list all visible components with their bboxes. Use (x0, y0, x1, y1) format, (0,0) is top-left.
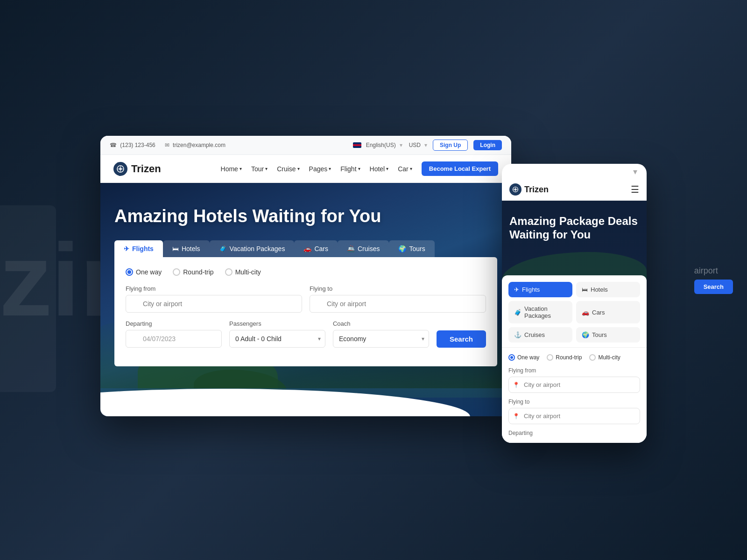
mobile-tabs-section: ✈ Flights 🛏 Hotels 🧳 Vacation Packages 🚗… (502, 275, 647, 343)
mobile-logo[interactable]: Trizen (509, 183, 549, 196)
vacation-tab-label: Vacation Packages (230, 245, 285, 252)
mobile-search-form: One way Round-trip Multi-city Flying fro… (502, 347, 647, 443)
flying-to-input-wrapper: 📍 (310, 295, 486, 313)
bg-airport-text: airport (694, 266, 733, 276)
hamburger-menu[interactable]: ☰ (631, 184, 639, 195)
tab-cars[interactable]: 🚗 Cars (294, 240, 338, 257)
background-right-element: airport Search (694, 266, 733, 294)
passengers-select-wrapper: 0 Adult - 0 Child ▾ (229, 330, 325, 348)
cruises-tab-icon: 🚢 (347, 245, 355, 252)
mobile-hotels-icon: 🛏 (582, 286, 588, 293)
coach-group: Coach Economy ▾ (333, 320, 429, 348)
mobile-flying-to-label: Flying to (508, 399, 640, 405)
multi-city-radio[interactable] (225, 268, 233, 276)
mobile-tab-cars[interactable]: 🚗 Cars (576, 301, 640, 323)
mobile-trip-type-row: One way Round-trip Multi-city (508, 354, 640, 361)
flying-from-label: Flying from (126, 285, 302, 292)
mobile-tab-hotels[interactable]: 🛏 Hotels (576, 282, 640, 297)
mobile-flying-from-wrapper: 📍 (508, 377, 640, 393)
mobile-flying-from-input[interactable] (508, 377, 640, 393)
nav-car[interactable]: Car ▾ (398, 165, 412, 173)
departing-group: Departing 📅 (126, 320, 222, 348)
departing-input[interactable] (126, 330, 222, 348)
tab-cruises[interactable]: 🚢 Cruises (338, 240, 389, 257)
email-icon: ✉ (165, 142, 169, 148)
tab-hotels[interactable]: 🛏 Hotels (163, 240, 210, 257)
one-way-radio[interactable] (126, 268, 133, 276)
top-bar-right: English(US) ▾ USD ▾ Sign Up Login (353, 140, 502, 151)
brand-name: Trizen (131, 163, 161, 175)
navbar: Trizen Home ▾ Tour ▾ Cruise ▾ Pages ▾ Fl… (100, 155, 511, 183)
flying-from-input[interactable] (126, 295, 302, 313)
round-trip-radio[interactable] (173, 268, 180, 276)
desktop-browser: ☎ (123) 123-456 ✉ trizen@example.com Eng… (100, 136, 511, 416)
mobile-mockup: ▾ Trizen ☰ Amazing Package D (502, 164, 647, 443)
flights-tab-label: Flights (132, 245, 154, 252)
top-bar-left: ☎ (123) 123-456 ✉ trizen@example.com (110, 142, 226, 148)
nav-pages[interactable]: Pages ▾ (309, 165, 331, 173)
become-local-expert-button[interactable]: Become Local Expert (422, 161, 498, 176)
email-info: ✉ trizen@example.com (165, 142, 226, 148)
mobile-hero-title: Amazing Package Deals Waiting for You (509, 215, 639, 242)
signup-button[interactable]: Sign Up (433, 140, 468, 151)
search-tabs: ✈ Flights 🛏 Hotels 🧳 Vacation Packages 🚗… (114, 240, 497, 257)
mobile-location-from-icon: 📍 (513, 382, 520, 388)
flying-to-input[interactable] (310, 295, 486, 313)
search-button[interactable]: Search (437, 330, 486, 348)
mobile-round-trip-option[interactable]: Round-trip (547, 354, 582, 361)
nav-home[interactable]: Home ▾ (221, 165, 242, 173)
tours-tab-icon: 🌍 (398, 245, 406, 252)
login-button[interactable]: Login (473, 140, 502, 150)
mobile-cruises-icon: ⚓ (514, 331, 521, 338)
mobile-vacation-label: Vacation Packages (524, 305, 567, 319)
mobile-header: Trizen ☰ (502, 177, 647, 201)
mobile-tab-flights[interactable]: ✈ Flights (508, 282, 572, 297)
mobile-one-way-radio[interactable] (508, 354, 515, 361)
nav-cruise[interactable]: Cruise ▾ (277, 165, 299, 173)
mobile-flying-to-input[interactable] (508, 408, 640, 424)
multi-city-option[interactable]: Multi-city (225, 268, 261, 276)
flights-tab-icon: ✈ (124, 245, 129, 252)
logo[interactable]: Trizen (113, 162, 161, 176)
tours-tab-label: Tours (409, 245, 425, 252)
hero-section: Amazing Hotels Waiting for You ✈ Flights… (100, 183, 511, 416)
mobile-multi-city-option[interactable]: Multi-city (589, 354, 620, 361)
coach-select-wrapper: Economy ▾ (333, 330, 429, 348)
flying-to-group: Flying to 📍 (310, 285, 486, 313)
nav-links: Home ▾ Tour ▾ Cruise ▾ Pages ▾ Flight ▾ … (221, 161, 498, 176)
mobile-tab-cruises[interactable]: ⚓ Cruises (508, 327, 572, 343)
hotels-tab-icon: 🛏 (172, 245, 179, 252)
mobile-tab-vacation-packages[interactable]: 🧳 Vacation Packages (508, 301, 572, 323)
mobile-multi-city-radio[interactable] (589, 354, 596, 361)
tab-vacation-packages[interactable]: 🧳 Vacation Packages (210, 240, 295, 257)
background-desktop-hint (0, 205, 56, 392)
from-to-row: Flying from 📍 Flying to 📍 (126, 285, 486, 313)
departing-input-wrapper: 📅 (126, 330, 222, 348)
cars-tab-label: Cars (314, 245, 328, 252)
cruises-tab-label: Cruises (358, 245, 380, 252)
round-trip-option[interactable]: Round-trip (173, 268, 213, 276)
mobile-tours-label: Tours (592, 331, 607, 338)
mobile-round-trip-radio[interactable] (547, 354, 553, 361)
nav-flight[interactable]: Flight ▾ (340, 165, 360, 173)
mobile-tab-tours[interactable]: 🌍 Tours (576, 327, 640, 343)
mobile-top-area: ▾ (502, 164, 647, 177)
one-way-radio-dot (127, 270, 131, 274)
nav-tour[interactable]: Tour ▾ (251, 165, 268, 173)
tab-tours[interactable]: 🌍 Tours (389, 240, 434, 257)
main-container: ☎ (123) 123-456 ✉ trizen@example.com Eng… (100, 136, 647, 443)
nav-hotel[interactable]: Hotel ▾ (370, 165, 389, 173)
one-way-option[interactable]: One way (126, 268, 162, 276)
coach-select[interactable]: Economy (333, 330, 429, 348)
mobile-one-way-dot (510, 356, 513, 359)
mobile-departing-label: Departing (508, 430, 640, 436)
mobile-one-way-option[interactable]: One way (508, 354, 539, 361)
passengers-label: Passengers (229, 320, 325, 327)
passengers-select[interactable]: 0 Adult - 0 Child (229, 330, 325, 348)
mobile-flying-to-wrapper: 📍 (508, 408, 640, 424)
mobile-tours-icon: 🌍 (582, 331, 589, 338)
mobile-flights-label: Flights (522, 286, 540, 293)
language-currency: English(US) ▾ USD ▾ (353, 142, 427, 148)
tab-flights[interactable]: ✈ Flights (114, 240, 163, 257)
hero-title: Amazing Hotels Waiting for You (114, 206, 497, 226)
